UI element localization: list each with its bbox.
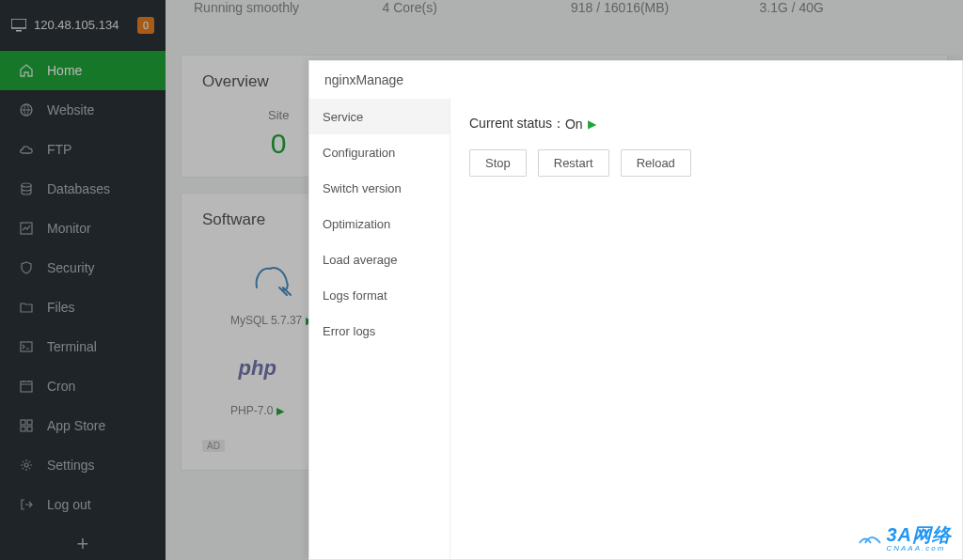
modal-nav-configuration[interactable]: Configuration	[309, 134, 450, 170]
modal-title: nginxManage	[309, 61, 962, 99]
play-icon: ▶	[585, 117, 596, 131]
modal-content: Current status： On ▶ Stop Restart Reload	[450, 99, 962, 559]
reload-button[interactable]: Reload	[621, 149, 691, 177]
modal-nav-service[interactable]: Service	[309, 99, 450, 134]
modal-nav: Service Configuration Switch version Opt…	[309, 99, 450, 559]
nginx-manage-modal: nginxManage Service Configuration Switch…	[308, 60, 963, 560]
watermark-logo: 3A网络 CNAAA.com	[858, 522, 952, 552]
service-status-line: Current status： On ▶	[469, 116, 943, 132]
modal-nav-error-logs[interactable]: Error logs	[309, 313, 450, 349]
button-row: Stop Restart Reload	[469, 149, 943, 177]
restart-button[interactable]: Restart	[538, 149, 609, 177]
modal-nav-optimization[interactable]: Optimization	[309, 206, 450, 241]
modal-nav-switch-version[interactable]: Switch version	[309, 170, 450, 206]
status-value: On	[565, 117, 583, 132]
modal-nav-load-average[interactable]: Load average	[309, 241, 450, 277]
stop-button[interactable]: Stop	[469, 149, 527, 177]
status-label: Current status：	[469, 116, 565, 132]
modal-nav-logs-format[interactable]: Logs format	[309, 277, 450, 313]
